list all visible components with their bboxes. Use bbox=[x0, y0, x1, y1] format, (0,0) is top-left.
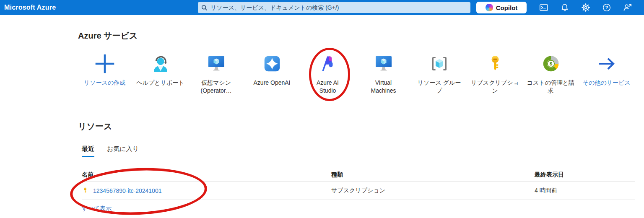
topbar-icon-strip: ? bbox=[533, 0, 638, 15]
service-azure-openai[interactable]: Azure OpenAI bbox=[244, 50, 300, 95]
service-vm-operator[interactable]: 仮想マシン (Operator… bbox=[188, 50, 244, 95]
svg-text:$: $ bbox=[549, 61, 552, 66]
copilot-label: Copilot bbox=[496, 4, 518, 11]
feedback-icon[interactable] bbox=[617, 0, 638, 15]
svg-text:?: ? bbox=[605, 5, 608, 10]
search-input[interactable] bbox=[210, 4, 467, 11]
column-header-last-viewed: 最終表示日 bbox=[535, 171, 635, 179]
resource-name-link[interactable]: 1234567890-itc-20241001 bbox=[93, 187, 161, 194]
copilot-logo-icon bbox=[486, 4, 493, 11]
service-resource-groups[interactable]: リソース グループ bbox=[411, 50, 467, 95]
key-icon bbox=[82, 187, 88, 195]
service-label: リソースの作成 bbox=[84, 79, 125, 87]
service-label: 仮想マシン (Operator… bbox=[192, 79, 241, 95]
service-label: コストの管理と請求 bbox=[527, 79, 575, 95]
service-label: リソース グループ bbox=[415, 79, 464, 95]
azure-brand-logo[interactable]: Microsoft Azure bbox=[4, 0, 56, 15]
table-row[interactable]: 1234567890-itc-20241001 サブスクリプション 4 時間前 bbox=[82, 182, 635, 200]
resources-table: 名前 種類 最終表示日 1234567890-itc-20241001 サブスク… bbox=[82, 169, 635, 213]
table-header-row: 名前 種類 最終表示日 bbox=[82, 169, 635, 182]
service-label: その他のサービス bbox=[583, 79, 631, 87]
service-label: サブスクリプション bbox=[471, 79, 519, 95]
service-help-support[interactable]: ヘルプとサポート bbox=[132, 50, 188, 95]
resource-name-cell: 1234567890-itc-20241001 bbox=[82, 187, 331, 195]
key-icon bbox=[486, 52, 504, 75]
resource-last-viewed-cell: 4 時間前 bbox=[535, 187, 635, 195]
virtual-machine-icon bbox=[374, 52, 394, 75]
tab-favorites[interactable]: お気に入り bbox=[107, 145, 139, 157]
cost-management-icon: $ bbox=[541, 52, 561, 75]
service-subscriptions[interactable]: サブスクリプション bbox=[467, 50, 523, 95]
tab-recent[interactable]: 最近 bbox=[82, 145, 94, 157]
show-all-link[interactable]: すべて表示 bbox=[82, 205, 112, 213]
search-icon bbox=[201, 5, 208, 11]
service-virtual-machines[interactable]: Virtual Machines bbox=[356, 50, 411, 95]
topbar: Microsoft Azure Copilot bbox=[0, 0, 644, 15]
settings-gear-icon[interactable] bbox=[575, 0, 596, 15]
azure-openai-icon bbox=[262, 52, 282, 75]
service-label: ヘルプとサポート bbox=[136, 79, 184, 87]
resource-group-icon bbox=[429, 52, 449, 75]
plus-icon bbox=[95, 52, 115, 75]
virtual-machine-icon bbox=[206, 52, 226, 75]
ai-studio-icon bbox=[319, 52, 337, 75]
copilot-button[interactable]: Copilot bbox=[476, 2, 527, 13]
services-row: リソースの作成 ヘルプとサポート 仮想マシン (Operato bbox=[77, 50, 634, 95]
service-create-resource[interactable]: リソースの作成 bbox=[77, 50, 132, 95]
service-label: Azure OpenAI bbox=[254, 79, 291, 87]
help-icon[interactable]: ? bbox=[596, 0, 617, 15]
service-more-services[interactable]: その他のサービス bbox=[579, 50, 634, 95]
column-header-name: 名前 bbox=[82, 171, 331, 179]
resources-heading: リソース bbox=[78, 121, 112, 132]
service-label: Virtual Machines bbox=[368, 79, 399, 95]
resources-tabs: 最近 お気に入り bbox=[82, 145, 139, 157]
cloud-shell-icon[interactable] bbox=[533, 0, 554, 15]
services-heading: Azure サービス bbox=[78, 30, 138, 42]
help-support-icon bbox=[151, 52, 171, 75]
column-header-type: 種類 bbox=[331, 171, 535, 179]
service-label: Azure AI Studio bbox=[312, 79, 343, 95]
notifications-bell-icon[interactable] bbox=[554, 0, 575, 15]
global-search[interactable] bbox=[198, 2, 470, 13]
service-cost-management[interactable]: $ コストの管理と請求 bbox=[523, 50, 579, 95]
service-azure-ai-studio[interactable]: Azure AI Studio bbox=[300, 50, 356, 95]
resource-type-cell: サブスクリプション bbox=[331, 187, 535, 195]
arrow-right-icon bbox=[597, 52, 617, 75]
